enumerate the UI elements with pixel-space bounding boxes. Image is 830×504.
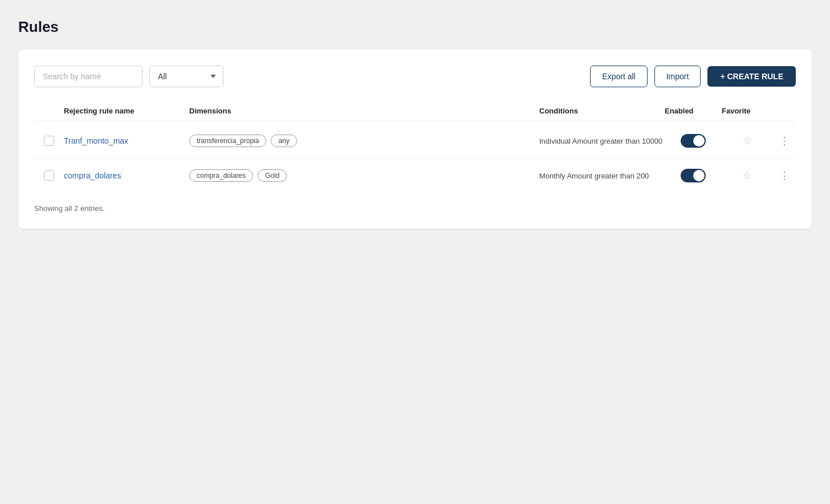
rules-table: Rejecting rule name Dimensions Condition…	[34, 101, 796, 193]
row2-favorite-cell: ☆	[722, 169, 773, 182]
row1-star-icon[interactable]: ☆	[743, 135, 752, 147]
row2-conditions: Monthly Amount greater than 200	[539, 172, 665, 180]
page-title: Rules	[18, 18, 812, 36]
row2-tag-1: Gold	[258, 169, 287, 182]
row1-more-cell: ⋮	[773, 135, 796, 147]
row2-more-icon[interactable]: ⋮	[779, 169, 790, 182]
row2-enabled-cell	[665, 169, 722, 182]
col-conditions: Conditions	[539, 107, 665, 115]
row1-conditions: Individual Amount greater than 10000	[539, 137, 665, 145]
col-checkbox	[34, 107, 64, 115]
row1-dimensions: transferencia_propia any	[189, 135, 539, 147]
row1-enabled-cell	[665, 134, 722, 148]
row2-dimensions: compra_dolares Gold	[189, 169, 539, 182]
row1-checkbox-cell	[34, 136, 64, 146]
row1-more-icon[interactable]: ⋮	[779, 135, 790, 147]
rules-card: All Export all Import + CREATE RULE Reje…	[18, 50, 812, 229]
table-row: Tranf_monto_max transferencia_propia any…	[34, 124, 796, 158]
row2-toggle-knob	[693, 170, 705, 181]
row2-more-cell: ⋮	[773, 169, 796, 182]
import-button[interactable]: Import	[654, 66, 701, 87]
table-header: Rejecting rule name Dimensions Condition…	[34, 101, 796, 121]
row1-favorite-cell: ☆	[722, 135, 773, 147]
export-all-button[interactable]: Export all	[590, 66, 647, 87]
row1-tag-1: any	[271, 135, 296, 147]
col-favorite: Favorite	[722, 107, 773, 115]
row1-checkbox[interactable]	[44, 136, 54, 146]
row1-tag-0: transferencia_propia	[189, 135, 266, 147]
col-actions	[773, 107, 796, 115]
filter-select[interactable]: All	[149, 66, 223, 87]
col-rule-name: Rejecting rule name	[64, 107, 189, 115]
row2-toggle[interactable]	[681, 169, 706, 182]
create-rule-button[interactable]: + CREATE RULE	[707, 66, 796, 87]
row1-toggle-knob	[693, 135, 705, 147]
row2-checkbox-cell	[34, 170, 64, 181]
row2-rule-name[interactable]: compra_dolares	[64, 171, 189, 180]
row2-star-icon[interactable]: ☆	[743, 169, 752, 182]
row2-checkbox[interactable]	[44, 170, 54, 181]
col-dimensions: Dimensions	[189, 107, 539, 115]
toolbar: All Export all Import + CREATE RULE	[34, 66, 796, 87]
search-input[interactable]	[34, 66, 143, 87]
table-row: compra_dolares compra_dolares Gold Month…	[34, 158, 796, 193]
row1-rule-name[interactable]: Tranf_monto_max	[64, 136, 189, 145]
col-enabled: Enabled	[665, 107, 722, 115]
showing-entries: Showing all 2 entries.	[34, 204, 796, 213]
row2-tag-0: compra_dolares	[189, 169, 253, 182]
row1-toggle[interactable]	[681, 134, 706, 148]
